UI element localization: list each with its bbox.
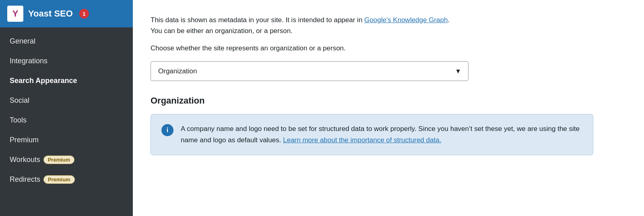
organization-section-title: Organization — [151, 96, 626, 106]
intro-paragraph: This data is shown as metadata in your s… — [151, 15, 626, 36]
sidebar-item-label-social: Social — [10, 96, 29, 105]
info-icon: i — [161, 124, 173, 136]
sidebar-title: Yoast SEO — [28, 8, 73, 19]
sidebar-item-label-workouts: Workouts — [10, 156, 40, 164]
sidebar-item-label-integrations: Integrations — [10, 57, 47, 65]
select-wrapper: Organization Person ▼ — [151, 61, 469, 81]
knowledge-graph-link[interactable]: Google's Knowledge Graph — [364, 16, 448, 24]
sidebar-item-label-search-appearance: Search Appearance — [10, 77, 77, 85]
info-text: A company name and logo need to be set f… — [181, 123, 582, 146]
sidebar-item-label-redirects: Redirects — [10, 175, 40, 184]
main-content: This data is shown as metadata in your s… — [133, 0, 644, 216]
sidebar-nav: GeneralIntegrationsSearch AppearanceSoci… — [0, 27, 133, 216]
sidebar-item-label-tools: Tools — [10, 116, 27, 125]
info-box: i A company name and logo need to be set… — [151, 114, 593, 155]
premium-badge-workouts: Premium — [43, 156, 75, 164]
sidebar-item-tools[interactable]: Tools — [0, 110, 133, 130]
notification-badge: 1 — [79, 9, 89, 19]
sidebar-item-social[interactable]: Social — [0, 91, 133, 110]
sidebar: Y Yoast SEO 1 GeneralIntegrationsSearch … — [0, 0, 133, 216]
intro-text-1: This data is shown as metadata in your s… — [151, 16, 364, 24]
yoast-logo: Y — [7, 6, 23, 22]
organization-select[interactable]: Organization Person — [151, 61, 469, 81]
learn-more-link[interactable]: Learn more about the importance of struc… — [283, 136, 441, 144]
sidebar-item-redirects[interactable]: RedirectsPremium — [0, 170, 133, 189]
sidebar-item-general[interactable]: General — [0, 31, 133, 51]
premium-badge-redirects: Premium — [43, 175, 75, 184]
intro-text-end: . — [448, 16, 450, 24]
sidebar-item-search-appearance[interactable]: Search Appearance — [0, 71, 133, 91]
logo-letter: Y — [12, 8, 19, 19]
sidebar-item-workouts[interactable]: WorkoutsPremium — [0, 150, 133, 170]
sidebar-header: Y Yoast SEO 1 — [0, 0, 133, 27]
sidebar-item-label-premium: Premium — [10, 136, 39, 144]
sidebar-item-label-general: General — [10, 37, 35, 46]
sidebar-item-integrations[interactable]: Integrations — [0, 51, 133, 71]
choose-text: Choose whether the site represents an or… — [151, 44, 626, 52]
intro-text-2: You can be either an organization, or a … — [151, 27, 293, 35]
sidebar-item-premium[interactable]: Premium — [0, 130, 133, 150]
